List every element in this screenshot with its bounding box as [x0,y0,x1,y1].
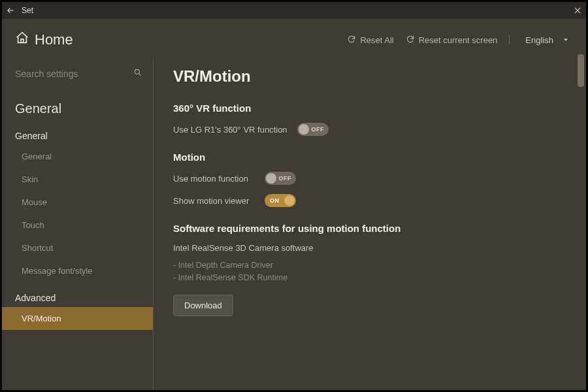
home-label: Home [35,31,73,48]
language-label: English [525,35,553,45]
search-input[interactable] [15,65,144,83]
vr-row-label: Use LG R1's 360° VR function [173,125,297,135]
language-select[interactable]: English [525,35,569,45]
req-subtitle: Intel RealSense 3D Camera software [173,243,566,253]
motion-use-toggle[interactable]: OFF [265,172,296,185]
motion-use-label: Use motion function [173,174,265,184]
sidebar-item-general[interactable]: General [2,145,153,168]
toggle-state: ON [270,197,280,204]
toggle-state: OFF [279,175,292,182]
svg-point-4 [135,69,139,74]
sidebar-item-shortcut[interactable]: Shortcut [2,237,153,259]
sidebar: General General General Skin Mouse Touch… [2,58,154,390]
home-icon [15,31,29,49]
sidebar-group-general[interactable]: General [2,120,153,144]
page-title: VR/Motion [173,67,566,86]
toggle-knob [266,173,276,184]
svg-marker-3 [564,39,568,41]
req-list: - Intel Depth Camera Driver - Intel Real… [173,259,566,284]
window-title: Set [22,6,33,15]
download-button[interactable]: Download [173,295,233,316]
toggle-state: OFF [312,126,325,133]
motion-show-label: Show motion viewer [173,196,265,206]
req-line-1: - Intel Depth Camera Driver [173,259,566,272]
home-link[interactable]: Home [15,31,73,49]
sidebar-item-touch[interactable]: Touch [2,214,153,237]
back-icon[interactable] [6,6,15,15]
section-motion-title: Motion [173,152,566,163]
toggle-knob [299,124,309,135]
refresh-icon [347,35,356,46]
content: VR/Motion 360° VR function Use LG R1's 3… [154,58,586,390]
chevron-down-icon [563,35,569,45]
reset-current-button[interactable]: Reset current screen [406,35,498,46]
sidebar-item-mouse[interactable]: Mouse [2,191,153,214]
section-vr-title: 360° VR function [173,103,566,114]
reset-all-button[interactable]: Reset All [347,35,393,46]
sidebar-item-vr-motion[interactable]: VR/Motion [2,307,153,330]
vr-toggle[interactable]: OFF [297,123,329,136]
motion-show-toggle[interactable]: ON [265,194,296,207]
reset-current-label: Reset current screen [419,35,498,45]
sidebar-item-message-font[interactable]: Message font/style [2,259,153,282]
close-icon[interactable] [573,6,582,15]
section-req-title: Software requirements for using motion f… [173,223,566,234]
sidebar-item-skin[interactable]: Skin [2,168,153,191]
toggle-knob [284,195,295,206]
refresh-icon [406,35,415,46]
sidebar-section-title: General [2,95,153,120]
sidebar-group-advanced[interactable]: Advanced [2,282,153,306]
separator [509,35,510,44]
req-line-2: - Intel RealSense SDK Runtime [173,272,566,284]
search-icon[interactable] [133,68,142,80]
titlebar: Set [2,2,586,19]
reset-all-label: Reset All [360,35,393,45]
header: Home Reset All Reset current screen Engl… [2,19,586,58]
scrollbar[interactable] [578,54,584,87]
svg-line-5 [139,73,140,75]
search-field[interactable] [15,65,144,83]
